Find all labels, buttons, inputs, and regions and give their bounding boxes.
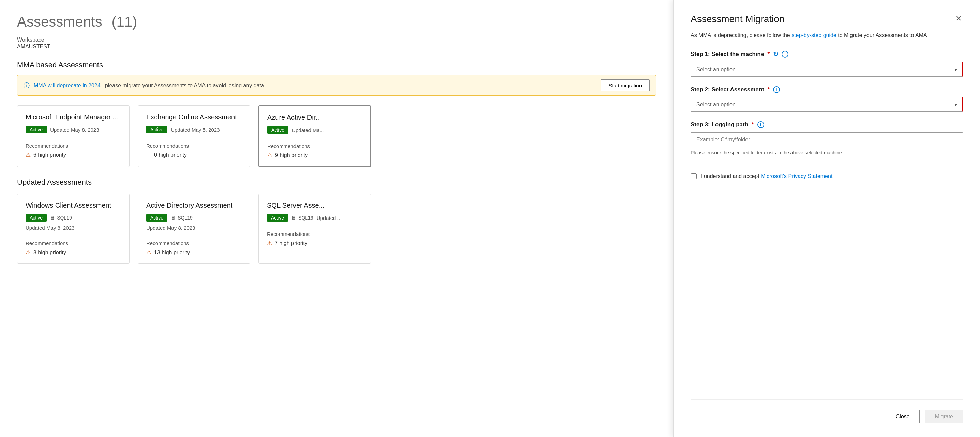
drawer-footer: Close Migrate: [690, 399, 963, 423]
card-mep-meta: Active Updated May 8, 2023: [25, 126, 121, 133]
step2-assessment-select[interactable]: Select an option: [690, 97, 963, 112]
step1-machine-select[interactable]: Select an option: [690, 62, 963, 77]
drawer-close-action-button[interactable]: Close: [886, 410, 920, 423]
card-azure-priority: ⚠ 9 high priority: [267, 152, 362, 159]
step3-info-icon[interactable]: i: [757, 121, 764, 128]
banner-text: MMA will deprecate in 2024 , please migr…: [34, 83, 597, 89]
page-title: Assessments (11): [17, 14, 656, 30]
step1-label: Step 1: Select the machine * ↻ i: [690, 51, 963, 58]
card-azure[interactable]: Azure Active Dir... Active Updated Ma...…: [258, 105, 371, 167]
page-title-text: Assessments: [17, 14, 102, 30]
card-windows-status: Active: [25, 214, 47, 222]
drawer-desc-link[interactable]: step-by-step guide: [792, 32, 837, 38]
card-sql[interactable]: SQL Server Asse... Active 🖥 SQL19 Update…: [258, 194, 371, 264]
privacy-checkbox[interactable]: [690, 173, 697, 179]
start-migration-button[interactable]: Start migration: [601, 79, 650, 91]
card-mep-priority: ⚠ 6 high priority: [25, 151, 121, 159]
step3-section: Step 3: Logging path * i Please ensure t…: [690, 121, 963, 156]
card-windows-warning-icon: ⚠: [25, 249, 31, 256]
privacy-link[interactable]: Microsoft's Privacy Statement: [761, 173, 832, 179]
card-ad-meta: Active 🖥 SQL19 Updated May 8, 2023: [146, 214, 242, 231]
updated-cards-grid: Windows Client Assessment Active 🖥 SQL19…: [17, 194, 656, 264]
card-mep[interactable]: Microsoft Endpoint Manager A... Active U…: [17, 105, 129, 167]
card-mep-updated: Updated May 8, 2023: [50, 127, 99, 133]
card-azure-meta: Active Updated Ma...: [267, 126, 362, 133]
card-azure-rec-label: Recommendations: [267, 143, 362, 149]
drawer-desc-start: As MMA is deprecating, please follow the: [690, 32, 792, 38]
card-exchange-priority-count: 0 high priority: [154, 152, 187, 158]
banner-info-icon: ⓘ: [24, 81, 30, 90]
workspace-label: Workspace: [17, 36, 656, 44]
privacy-label: I understand and accept Microsoft's Priv…: [701, 173, 832, 179]
monitor-icon-sql: 🖥: [291, 215, 296, 221]
card-azure-priority-count: 9 high priority: [275, 153, 308, 159]
left-panel: Assessments (11) Workspace AMAUSTEST MMA…: [0, 0, 673, 437]
card-sql-machine: 🖥 SQL19: [291, 215, 313, 221]
page-count: (11): [111, 14, 137, 30]
workspace-name: AMAUSTEST: [17, 44, 656, 50]
card-azure-updated: Updated Ma...: [292, 127, 324, 133]
card-azure-title: Azure Active Dir...: [267, 113, 362, 121]
card-ad-rec-label: Recommendations: [146, 240, 242, 246]
step3-required: *: [752, 121, 754, 128]
step1-label-text: Step 1: Select the machine: [690, 51, 764, 57]
card-exchange-title: Exchange Online Assessment: [146, 113, 242, 121]
card-mep-priority-count: 6 high priority: [33, 152, 66, 158]
drawer-close-button[interactable]: ✕: [954, 14, 963, 24]
card-ad-status: Active: [146, 214, 167, 222]
card-ad-warning-icon: ⚠: [146, 249, 151, 256]
privacy-checkbox-row: I understand and accept Microsoft's Priv…: [690, 173, 963, 179]
card-windows-machine-name: SQL19: [57, 215, 72, 221]
step1-select-wrapper: Select an option ▼: [690, 62, 963, 77]
migrate-button[interactable]: Migrate: [925, 410, 963, 423]
card-exchange-meta: Active Updated May 5, 2023: [146, 126, 242, 133]
card-sql-priority-count: 7 high priority: [275, 240, 307, 246]
card-mep-title: Microsoft Endpoint Manager A...: [25, 113, 121, 121]
drawer-header: Assessment Migration ✕: [690, 14, 963, 25]
card-windows-updated: Updated May 8, 2023: [25, 225, 74, 231]
migration-drawer: Assessment Migration ✕ As MMA is depreca…: [673, 0, 980, 437]
updated-section-title: Updated Assessments: [17, 178, 656, 187]
card-ad-priority-count: 13 high priority: [154, 249, 190, 256]
step2-required: *: [768, 86, 770, 93]
card-exchange-status: Active: [146, 126, 167, 133]
mma-banner: ⓘ MMA will deprecate in 2024 , please mi…: [17, 75, 656, 96]
banner-link[interactable]: MMA will deprecate in 2024: [34, 83, 100, 88]
card-sql-meta: Active 🖥 SQL19 Updated ...: [267, 214, 362, 222]
card-sql-updated: Updated ...: [317, 215, 342, 221]
privacy-text-start: I understand and accept: [701, 173, 761, 179]
card-exchange-rec-label: Recommendations: [146, 143, 242, 149]
card-exchange-priority: ⚠ 0 high priority: [146, 151, 242, 159]
step3-logging-path-input[interactable]: [690, 132, 963, 147]
card-windows-priority-count: 8 high priority: [33, 249, 66, 256]
mma-cards-grid: Microsoft Endpoint Manager A... Active U…: [17, 105, 656, 167]
card-ad-title: Active Directory Assessment: [146, 202, 242, 209]
card-windows-meta: Active 🖥 SQL19 Updated May 8, 2023: [25, 214, 121, 231]
card-mep-warning-icon: ⚠: [25, 151, 31, 159]
drawer-title: Assessment Migration: [690, 14, 784, 25]
card-azure-warning-icon: ⚠: [267, 152, 272, 159]
step2-label: Step 2: Select Assessment * i: [690, 86, 963, 93]
step2-section: Step 2: Select Assessment * i Select an …: [690, 86, 963, 112]
card-sql-rec-label: Recommendations: [267, 231, 362, 237]
step3-label-text: Step 3: Logging path: [690, 121, 748, 128]
card-ad-machine: 🖥 SQL19: [171, 215, 192, 221]
card-ad-priority: ⚠ 13 high priority: [146, 249, 242, 256]
card-ad-updated: Updated May 8, 2023: [146, 225, 195, 231]
step2-label-text: Step 2: Select Assessment: [690, 86, 764, 93]
card-sql-status: Active: [267, 214, 288, 222]
step3-hint: Please ensure the specified folder exist…: [690, 150, 963, 156]
card-sql-priority: ⚠ 7 high priority: [267, 240, 362, 247]
card-sql-machine-name: SQL19: [298, 215, 313, 221]
refresh-icon[interactable]: ↻: [773, 51, 778, 58]
card-sql-title: SQL Server Asse...: [267, 202, 362, 209]
card-ad[interactable]: Active Directory Assessment Active 🖥 SQL…: [138, 194, 250, 264]
step1-info-icon[interactable]: i: [782, 51, 788, 57]
card-exchange[interactable]: Exchange Online Assessment Active Update…: [138, 105, 250, 167]
drawer-description: As MMA is deprecating, please follow the…: [690, 31, 963, 40]
monitor-icon-ad: 🖥: [171, 215, 175, 221]
step2-info-icon[interactable]: i: [773, 86, 780, 93]
card-mep-status: Active: [25, 126, 47, 133]
card-windows[interactable]: Windows Client Assessment Active 🖥 SQL19…: [17, 194, 129, 264]
mma-section-title: MMA based Assessments: [17, 61, 656, 70]
